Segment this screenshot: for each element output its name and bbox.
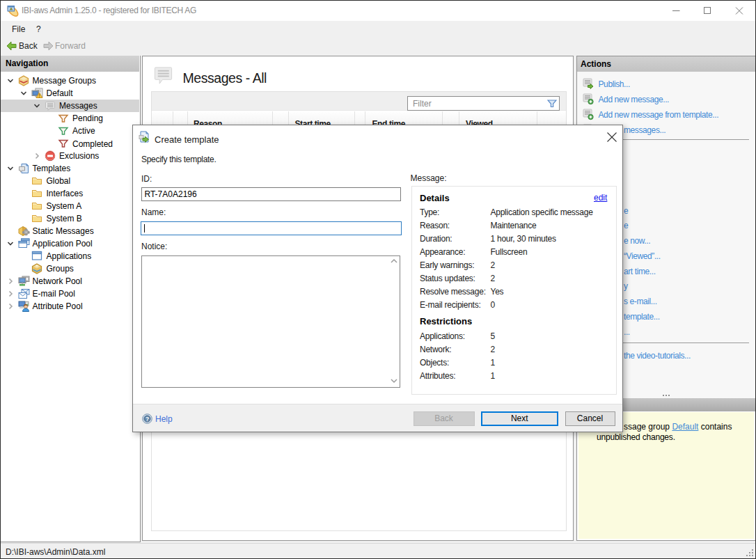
- svg-text:!: !: [38, 93, 40, 98]
- svg-text:?: ?: [145, 416, 149, 423]
